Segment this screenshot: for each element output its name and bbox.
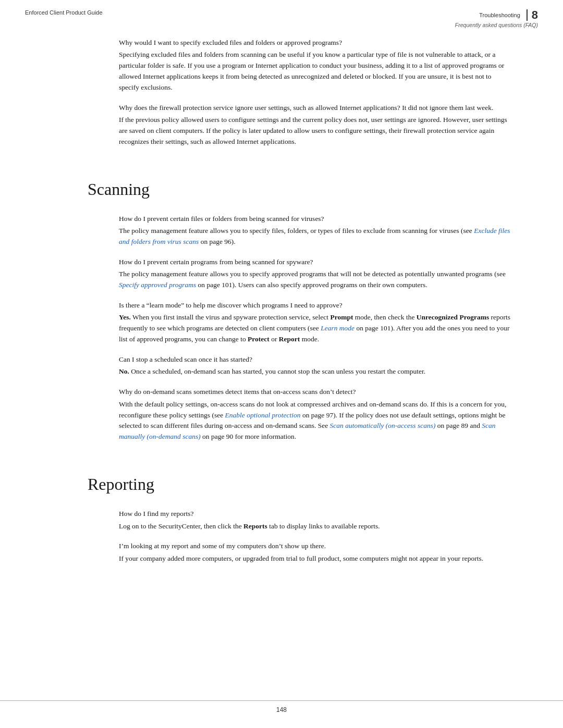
- scanning-faqs: How do I prevent certain files or folder…: [0, 208, 563, 462]
- reporting-faqs: How do I find my reports? Log on to the …: [0, 503, 563, 584]
- top-faq-1-question: Why would I want to specify excluded fil…: [119, 38, 513, 48]
- rep-faq-2-question: I’m looking at my report and some of my …: [119, 541, 513, 551]
- header-page-number: 8: [527, 9, 538, 21]
- top-faq-section: Why would I want to specify excluded fil…: [25, 38, 538, 147]
- reporting-heading: Reporting: [25, 475, 563, 494]
- scanning-faqs-indented: How do I prevent certain files or folder…: [25, 214, 538, 442]
- page-header: Enforced Client Product Guide Troublesho…: [0, 0, 563, 32]
- scan-faq-4: Can I stop a scheduled scan once it has …: [119, 354, 513, 377]
- header-chapter: Troubleshooting: [479, 12, 520, 18]
- scan-faq-5-answer: With the default policy settings, on-acc…: [119, 399, 513, 443]
- scan-faq-5-question: Why do on-demand scans sometimes detect …: [119, 387, 513, 397]
- reporting-section: Reporting How do I find my reports? Log …: [0, 475, 563, 584]
- scan-faq-1-answer: The policy management feature allows you…: [119, 226, 513, 248]
- top-faq-2-answer: If the previous policy allowed users to …: [119, 115, 513, 147]
- link-learn-mode[interactable]: Learn mode: [321, 324, 354, 332]
- top-faq-area: Why would I want to specify excluded fil…: [0, 32, 563, 167]
- top-faq-1: Why would I want to specify excluded fil…: [119, 38, 513, 93]
- rep-faq-1-question: How do I find my reports?: [119, 509, 513, 519]
- header-left-label: Enforced Client Product Guide: [25, 9, 103, 16]
- rep-faq-2-answer: If your company added more computers, or…: [119, 553, 513, 564]
- scan-faq-2-answer: The policy management feature allows you…: [119, 269, 513, 291]
- page-container: Enforced Client Product Guide Troublesho…: [0, 0, 563, 728]
- link-scan-manually[interactable]: Scan manually (on-demand scans): [119, 422, 496, 440]
- rep-faq-1: How do I find my reports? Log on to the …: [119, 509, 513, 532]
- header-right: Troubleshooting 8 Frequently asked quest…: [455, 9, 538, 28]
- link-scan-automatically[interactable]: Scan automatically (on-access scans): [330, 422, 436, 429]
- scan-faq-3-answer: Yes. When you first install the virus an…: [119, 312, 513, 345]
- scan-faq-1-question: How do I prevent certain files or folder…: [119, 214, 513, 224]
- rep-faq-1-answer: Log on to the SecurityCenter, then click…: [119, 521, 513, 532]
- header-right-top: Troubleshooting 8: [455, 9, 538, 21]
- link-enable-optional-protection[interactable]: Enable optional protection: [225, 411, 301, 419]
- link-exclude-files[interactable]: Exclude files and folders from virus sca…: [119, 227, 510, 245]
- page-footer: 148: [0, 700, 563, 713]
- scan-faq-2: How do I prevent certain programs from b…: [119, 257, 513, 291]
- rep-faq-2: I’m looking at my report and some of my …: [119, 541, 513, 564]
- scan-faq-2-question: How do I prevent certain programs from b…: [119, 257, 513, 267]
- link-specify-approved[interactable]: Specify approved programs: [119, 281, 196, 289]
- scan-faq-3-question: Is there a “learn mode” to help me disco…: [119, 300, 513, 311]
- scan-faq-3: Is there a “learn mode” to help me disco…: [119, 300, 513, 345]
- scan-faq-4-answer: No. Once a scheduled, on-demand scan has…: [119, 366, 513, 377]
- top-faq-2: Why does the firewall protection service…: [119, 103, 513, 147]
- top-faq-1-answer: Specifying excluded files and folders fr…: [119, 50, 513, 93]
- header-subtitle: Frequently asked questions (FAQ): [455, 22, 538, 28]
- reporting-faqs-indented: How do I find my reports? Log on to the …: [25, 509, 538, 564]
- scan-faq-4-question: Can I stop a scheduled scan once it has …: [119, 354, 513, 365]
- top-faq-2-question: Why does the firewall protection service…: [119, 103, 513, 113]
- scan-faq-5: Why do on-demand scans sometimes detect …: [119, 387, 513, 442]
- scanning-section: Scanning How do I prevent certain files …: [0, 180, 563, 462]
- footer-page-number: 148: [276, 706, 287, 713]
- scanning-heading: Scanning: [25, 180, 563, 199]
- scan-faq-1: How do I prevent certain files or folder…: [119, 214, 513, 248]
